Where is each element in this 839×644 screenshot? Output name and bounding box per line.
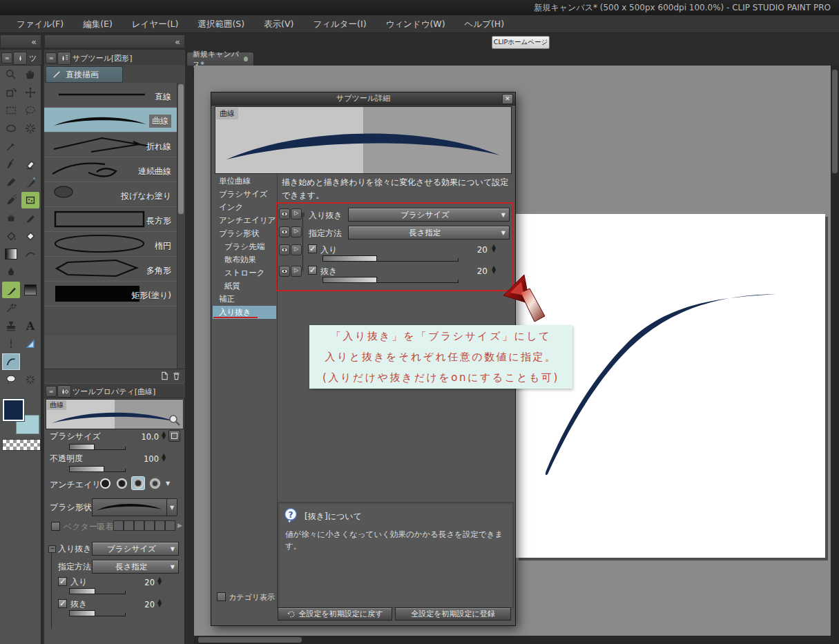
canvas-document-tab[interactable]: 新規キャンバス* bbox=[186, 52, 254, 66]
in-value[interactable]: 20 bbox=[134, 578, 155, 587]
pastel-tool[interactable] bbox=[2, 210, 20, 226]
vector-snap-level-2[interactable] bbox=[124, 520, 134, 531]
navigate-tool[interactable] bbox=[2, 84, 20, 101]
subtool-item-polyline[interactable]: 折れ線 bbox=[44, 133, 177, 157]
edit-preview-wrench-icon[interactable] bbox=[168, 413, 182, 427]
menu-view[interactable]: 表示(V) bbox=[254, 15, 303, 33]
vector-snap-level-6[interactable] bbox=[165, 520, 175, 531]
magic-wand-tool[interactable] bbox=[2, 300, 20, 316]
register-defaults-button[interactable]: 全設定を初期設定に登録 bbox=[395, 607, 511, 621]
anti-aliasing-strong-button[interactable] bbox=[148, 476, 162, 490]
marker-tool[interactable] bbox=[21, 210, 39, 226]
dialog-category-0[interactable]: 単位曲線 bbox=[213, 175, 276, 188]
category-display-checkbox[interactable]: ✓ bbox=[217, 592, 226, 601]
dialog-category-6[interactable]: 散布効果 bbox=[213, 253, 276, 266]
gradient-dark-tool[interactable] bbox=[21, 282, 39, 298]
dialog-category-9[interactable]: 補正 bbox=[213, 293, 276, 306]
ruler-tool[interactable] bbox=[21, 335, 39, 352]
anti-aliasing-medium-button[interactable] bbox=[131, 476, 145, 490]
decoration-tool[interactable] bbox=[21, 192, 39, 208]
canvas-horizontal-scrollbar[interactable] bbox=[194, 636, 831, 644]
zoom-tool[interactable] bbox=[2, 66, 20, 83]
out-value[interactable]: 20 bbox=[134, 600, 155, 609]
vector-snap-level-3[interactable] bbox=[134, 520, 144, 531]
subtool-item-curve[interactable]: 曲線 bbox=[44, 108, 177, 133]
menu-select[interactable]: 選択範囲(S) bbox=[188, 15, 254, 33]
brush-shape-dropdown-arrow[interactable]: ▼ bbox=[166, 498, 177, 516]
lasso-tool[interactable] bbox=[21, 102, 39, 119]
subtool-item-polygon[interactable]: 多角形 bbox=[44, 257, 177, 282]
menu-edit[interactable]: 編集(E) bbox=[73, 15, 122, 33]
pencil-tool[interactable] bbox=[2, 174, 20, 191]
anti-aliasing-none-button[interactable] bbox=[98, 476, 112, 490]
transparent-color-swatch[interactable] bbox=[2, 439, 41, 451]
subtool-panel-menu-icon[interactable]: ≡ bbox=[46, 52, 57, 64]
move-layer-tool[interactable] bbox=[21, 84, 39, 101]
dialog-category-8[interactable]: 紙質 bbox=[213, 280, 276, 293]
eyedropper-tool[interactable] bbox=[2, 138, 20, 155]
subtool-scrollbar-thumb[interactable] bbox=[178, 84, 184, 214]
pen-tab-icon[interactable] bbox=[13, 52, 27, 65]
method-dropdown[interactable]: 長さ指定▼ bbox=[92, 560, 179, 574]
balloon-tool[interactable] bbox=[2, 371, 20, 388]
menu-file[interactable]: ファイル(F) bbox=[7, 15, 73, 33]
dialog-category-7[interactable]: ストローク bbox=[213, 266, 276, 280]
reset-defaults-button[interactable]: 全設定を初期設定に戻す bbox=[278, 607, 392, 621]
frame-tool[interactable] bbox=[21, 371, 39, 388]
subtool-item-continuous-curve[interactable]: 連続曲線 bbox=[44, 157, 177, 182]
vector-snap-level-4[interactable] bbox=[144, 520, 155, 531]
out-checkbox[interactable]: ✓ bbox=[58, 599, 67, 608]
brush-tool[interactable] bbox=[21, 174, 39, 191]
text-tool[interactable]: A bbox=[21, 318, 39, 334]
in-slider[interactable] bbox=[69, 587, 126, 594]
subtool-item-rectangle[interactable]: 長方形 bbox=[44, 207, 177, 232]
vector-snap-checkbox[interactable]: ✓ bbox=[51, 522, 60, 531]
subtool-group-tab[interactable]: 直接描画 bbox=[46, 66, 123, 83]
canvas-hscroll-thumb[interactable] bbox=[198, 637, 302, 643]
anti-aliasing-weak-button[interactable] bbox=[115, 476, 128, 490]
inout-dropdown[interactable]: ブラシサイズ▼ bbox=[92, 542, 179, 556]
pen-tool[interactable] bbox=[2, 156, 20, 173]
contour-tool[interactable] bbox=[21, 246, 39, 262]
subtool-item-lasso-fill[interactable]: 投げなわ塗り bbox=[44, 182, 177, 207]
opacity-value[interactable]: 100 bbox=[131, 454, 159, 464]
hand-tool[interactable] bbox=[21, 66, 39, 83]
tool-property-menu-icon[interactable]: ≡ bbox=[46, 386, 57, 397]
menu-layer[interactable]: レイヤー(L) bbox=[122, 15, 189, 33]
stamp-tool[interactable] bbox=[2, 318, 20, 334]
vector-snap-level-1[interactable] bbox=[113, 520, 124, 531]
brush-size-source-button[interactable] bbox=[168, 430, 180, 442]
anti-aliasing-dropdown-arrow[interactable]: ▼ bbox=[166, 480, 170, 487]
main-color-swatch[interactable] bbox=[3, 399, 24, 421]
subtool-item-filled-rect[interactable]: 矩形(塗り) bbox=[44, 282, 177, 306]
figure-tool[interactable] bbox=[2, 353, 20, 370]
gradient-tool[interactable] bbox=[2, 246, 20, 262]
out-stepper[interactable]: ▲▼ bbox=[157, 599, 162, 607]
fill-alt-tool[interactable] bbox=[21, 228, 39, 244]
create-subtool-icon[interactable] bbox=[160, 371, 169, 380]
opacity-stepper[interactable]: ▲▼ bbox=[162, 453, 166, 462]
in-checkbox[interactable]: ✓ bbox=[58, 577, 67, 586]
delete-subtool-icon[interactable] bbox=[172, 371, 181, 380]
dialog-category-3[interactable]: アンチエイリアス bbox=[213, 214, 276, 227]
close-icon[interactable]: ✕ bbox=[502, 94, 513, 104]
dialog-category-1[interactable]: ブラシサイズ bbox=[213, 188, 276, 201]
brush-size-slider[interactable] bbox=[69, 443, 126, 450]
brush-size-value[interactable]: 10.0 bbox=[131, 432, 159, 442]
subtool-item-ellipse[interactable]: 楕円 bbox=[44, 232, 177, 257]
fill-tool[interactable] bbox=[2, 228, 20, 244]
eraser-tool[interactable] bbox=[21, 156, 39, 173]
mix-brush-tool[interactable] bbox=[2, 282, 20, 298]
dialog-category-5[interactable]: ブラシ先端 bbox=[213, 240, 276, 253]
auto-select-tool[interactable] bbox=[21, 120, 39, 137]
dialog-category-2[interactable]: インク bbox=[213, 201, 276, 214]
vector-snap-level-5[interactable] bbox=[155, 520, 165, 531]
menu-filter[interactable]: フィルター(I) bbox=[303, 15, 376, 33]
marquee-tool[interactable] bbox=[2, 102, 20, 119]
out-slider[interactable] bbox=[69, 609, 126, 616]
brush-shape-preview[interactable] bbox=[92, 498, 168, 516]
menu-window[interactable]: ウィンドウ(W) bbox=[376, 15, 455, 33]
airbrush-tool[interactable] bbox=[2, 192, 20, 208]
brush-size-stepper[interactable]: ▲▼ bbox=[162, 431, 166, 440]
dialog-category-4[interactable]: ブラシ形状 bbox=[213, 227, 276, 240]
